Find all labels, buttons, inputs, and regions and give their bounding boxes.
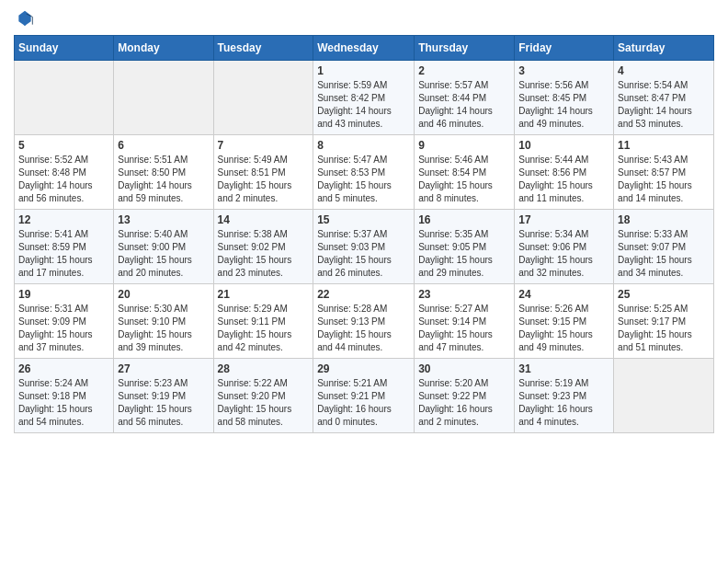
calendar-week-2: 5Sunrise: 5:52 AM Sunset: 8:48 PM Daylig… — [15, 135, 714, 210]
day-number: 1 — [317, 64, 410, 77]
calendar-cell — [15, 61, 114, 135]
day-number: 2 — [418, 64, 510, 77]
day-number: 14 — [218, 213, 310, 226]
calendar-cell — [614, 359, 714, 433]
weekday-header-monday: Monday — [114, 36, 213, 61]
day-info: Sunrise: 5:22 AM Sunset: 9:20 PM Dayligh… — [218, 377, 310, 429]
day-info: Sunrise: 5:30 AM Sunset: 9:10 PM Dayligh… — [118, 303, 209, 354]
weekday-header-saturday: Saturday — [614, 36, 714, 61]
calendar-week-3: 12Sunrise: 5:41 AM Sunset: 8:59 PM Dayli… — [15, 210, 714, 284]
day-number: 20 — [118, 288, 209, 301]
day-info: Sunrise: 5:38 AM Sunset: 9:02 PM Dayligh… — [218, 228, 310, 280]
day-number: 15 — [317, 213, 410, 226]
calendar-cell: 29Sunrise: 5:21 AM Sunset: 9:21 PM Dayli… — [313, 359, 415, 433]
day-info: Sunrise: 5:34 AM Sunset: 9:06 PM Dayligh… — [518, 228, 609, 280]
day-number: 25 — [618, 288, 710, 301]
calendar-cell: 24Sunrise: 5:26 AM Sunset: 9:15 PM Dayli… — [515, 284, 614, 359]
day-info: Sunrise: 5:19 AM Sunset: 9:23 PM Dayligh… — [518, 377, 609, 429]
day-info: Sunrise: 5:52 AM Sunset: 8:48 PM Dayligh… — [18, 154, 109, 205]
day-number: 29 — [317, 362, 410, 375]
day-number: 28 — [218, 362, 310, 375]
calendar-cell: 17Sunrise: 5:34 AM Sunset: 9:06 PM Dayli… — [515, 210, 614, 284]
day-info: Sunrise: 5:41 AM Sunset: 8:59 PM Dayligh… — [18, 228, 109, 280]
day-info: Sunrise: 5:28 AM Sunset: 9:13 PM Dayligh… — [317, 303, 410, 354]
day-number: 19 — [18, 288, 109, 301]
day-info: Sunrise: 5:23 AM Sunset: 9:19 PM Dayligh… — [118, 377, 209, 429]
calendar-week-1: 1Sunrise: 5:59 AM Sunset: 8:42 PM Daylig… — [15, 61, 714, 135]
calendar-cell: 23Sunrise: 5:27 AM Sunset: 9:14 PM Dayli… — [415, 284, 515, 359]
weekday-header-tuesday: Tuesday — [213, 36, 313, 61]
day-info: Sunrise: 5:46 AM Sunset: 8:54 PM Dayligh… — [418, 154, 510, 205]
day-number: 18 — [618, 213, 710, 226]
logo-icon — [16, 9, 34, 28]
calendar-table: SundayMondayTuesdayWednesdayThursdayFrid… — [14, 35, 714, 433]
calendar-week-4: 19Sunrise: 5:31 AM Sunset: 9:09 PM Dayli… — [15, 284, 714, 359]
calendar-cell: 11Sunrise: 5:43 AM Sunset: 8:57 PM Dayli… — [614, 135, 714, 210]
calendar-cell: 30Sunrise: 5:20 AM Sunset: 9:22 PM Dayli… — [415, 359, 515, 433]
calendar-cell: 14Sunrise: 5:38 AM Sunset: 9:02 PM Dayli… — [213, 210, 313, 284]
calendar-cell: 31Sunrise: 5:19 AM Sunset: 9:23 PM Dayli… — [515, 359, 614, 433]
calendar-cell: 26Sunrise: 5:24 AM Sunset: 9:18 PM Dayli… — [15, 359, 114, 433]
calendar-cell: 18Sunrise: 5:33 AM Sunset: 9:07 PM Dayli… — [614, 210, 714, 284]
calendar-cell: 20Sunrise: 5:30 AM Sunset: 9:10 PM Dayli… — [114, 284, 213, 359]
day-info: Sunrise: 5:24 AM Sunset: 9:18 PM Dayligh… — [18, 377, 109, 429]
calendar-cell: 19Sunrise: 5:31 AM Sunset: 9:09 PM Dayli… — [15, 284, 114, 359]
day-info: Sunrise: 5:27 AM Sunset: 9:14 PM Dayligh… — [418, 303, 510, 354]
weekday-header-sunday: Sunday — [15, 36, 114, 61]
day-info: Sunrise: 5:21 AM Sunset: 9:21 PM Dayligh… — [317, 377, 410, 429]
calendar-cell: 12Sunrise: 5:41 AM Sunset: 8:59 PM Dayli… — [15, 210, 114, 284]
day-info: Sunrise: 5:59 AM Sunset: 8:42 PM Dayligh… — [317, 79, 410, 131]
day-info: Sunrise: 5:56 AM Sunset: 8:45 PM Dayligh… — [518, 79, 609, 131]
day-number: 11 — [618, 139, 710, 152]
day-number: 21 — [218, 288, 310, 301]
logo — [14, 9, 34, 28]
calendar-cell — [114, 61, 213, 135]
calendar-cell: 6Sunrise: 5:51 AM Sunset: 8:50 PM Daylig… — [114, 135, 213, 210]
day-number: 3 — [518, 64, 609, 77]
day-number: 5 — [18, 139, 109, 152]
day-number: 24 — [518, 288, 609, 301]
calendar-cell — [213, 61, 313, 135]
day-info: Sunrise: 5:44 AM Sunset: 8:56 PM Dayligh… — [518, 154, 609, 205]
calendar-cell: 21Sunrise: 5:29 AM Sunset: 9:11 PM Dayli… — [213, 284, 313, 359]
calendar-week-5: 26Sunrise: 5:24 AM Sunset: 9:18 PM Dayli… — [15, 359, 714, 433]
day-number: 27 — [118, 362, 209, 375]
day-number: 6 — [118, 139, 209, 152]
calendar-cell: 25Sunrise: 5:25 AM Sunset: 9:17 PM Dayli… — [614, 284, 714, 359]
day-info: Sunrise: 5:31 AM Sunset: 9:09 PM Dayligh… — [18, 303, 109, 354]
weekday-header-wednesday: Wednesday — [313, 36, 415, 61]
day-info: Sunrise: 5:40 AM Sunset: 9:00 PM Dayligh… — [118, 228, 209, 280]
day-number: 9 — [418, 139, 510, 152]
day-number: 17 — [518, 213, 609, 226]
day-info: Sunrise: 5:25 AM Sunset: 9:17 PM Dayligh… — [618, 303, 710, 354]
day-number: 31 — [518, 362, 609, 375]
day-info: Sunrise: 5:51 AM Sunset: 8:50 PM Dayligh… — [118, 154, 209, 205]
weekday-header-thursday: Thursday — [415, 36, 515, 61]
day-info: Sunrise: 5:54 AM Sunset: 8:47 PM Dayligh… — [618, 79, 710, 131]
day-number: 16 — [418, 213, 510, 226]
calendar-cell: 5Sunrise: 5:52 AM Sunset: 8:48 PM Daylig… — [15, 135, 114, 210]
page-container: SundayMondayTuesdayWednesdayThursdayFrid… — [0, 0, 728, 442]
day-info: Sunrise: 5:26 AM Sunset: 9:15 PM Dayligh… — [518, 303, 609, 354]
day-info: Sunrise: 5:57 AM Sunset: 8:44 PM Dayligh… — [418, 79, 510, 131]
calendar-cell: 27Sunrise: 5:23 AM Sunset: 9:19 PM Dayli… — [114, 359, 213, 433]
day-number: 7 — [218, 139, 310, 152]
day-number: 26 — [18, 362, 109, 375]
day-number: 4 — [618, 64, 710, 77]
calendar-cell: 22Sunrise: 5:28 AM Sunset: 9:13 PM Dayli… — [313, 284, 415, 359]
day-info: Sunrise: 5:20 AM Sunset: 9:22 PM Dayligh… — [418, 377, 510, 429]
calendar-cell: 15Sunrise: 5:37 AM Sunset: 9:03 PM Dayli… — [313, 210, 415, 284]
day-info: Sunrise: 5:33 AM Sunset: 9:07 PM Dayligh… — [618, 228, 710, 280]
calendar-cell: 3Sunrise: 5:56 AM Sunset: 8:45 PM Daylig… — [515, 61, 614, 135]
page-header — [14, 9, 714, 28]
day-number: 22 — [317, 288, 410, 301]
calendar-cell: 7Sunrise: 5:49 AM Sunset: 8:51 PM Daylig… — [213, 135, 313, 210]
day-info: Sunrise: 5:29 AM Sunset: 9:11 PM Dayligh… — [218, 303, 310, 354]
calendar-cell: 2Sunrise: 5:57 AM Sunset: 8:44 PM Daylig… — [415, 61, 515, 135]
day-number: 30 — [418, 362, 510, 375]
day-info: Sunrise: 5:43 AM Sunset: 8:57 PM Dayligh… — [618, 154, 710, 205]
calendar-cell: 4Sunrise: 5:54 AM Sunset: 8:47 PM Daylig… — [614, 61, 714, 135]
day-number: 23 — [418, 288, 510, 301]
day-number: 8 — [317, 139, 410, 152]
day-info: Sunrise: 5:37 AM Sunset: 9:03 PM Dayligh… — [317, 228, 410, 280]
